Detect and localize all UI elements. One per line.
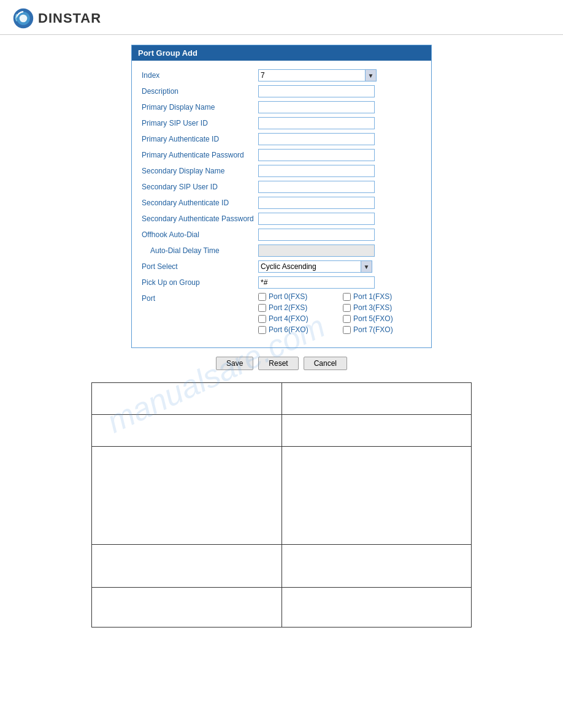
primary-display-name-row: Primary Display Name — [142, 101, 421, 113]
primary-display-name-input[interactable] — [258, 101, 375, 113]
table-cell — [92, 588, 282, 628]
table-section — [12, 382, 551, 628]
secondary-authenticate-password-label: Secondary Authenticate Password — [142, 213, 258, 223]
table-cell — [92, 415, 282, 447]
table-cell — [282, 588, 472, 628]
port-2-item: Port 2(FXS) — [258, 303, 337, 312]
port-select-wrap: Cyclic Ascending Cyclic Descending Fixed… — [258, 260, 421, 273]
svg-point-2 — [20, 15, 28, 23]
primary-authenticate-password-input[interactable] — [258, 149, 375, 161]
main-content: Port Group Add Index 7 ▼ — [0, 35, 563, 637]
table-row — [92, 447, 472, 545]
port-4-item: Port 4(FXO) — [258, 314, 337, 323]
port-select-label: Port Select — [142, 260, 258, 271]
secondary-authenticate-id-row: Secondary Authenticate ID — [142, 197, 421, 209]
primary-sip-user-id-control — [258, 117, 421, 129]
port-5-checkbox[interactable] — [343, 315, 351, 323]
table-cell — [282, 383, 472, 415]
secondary-sip-user-id-row: Secondary SIP User ID — [142, 181, 421, 193]
cancel-button[interactable]: Cancel — [304, 357, 347, 370]
secondary-sip-user-id-label: Secondary SIP User ID — [142, 181, 258, 191]
port-label: Port — [142, 292, 258, 303]
secondary-authenticate-id-label: Secondary Authenticate ID — [142, 197, 258, 207]
port-1-checkbox[interactable] — [343, 293, 351, 301]
port-2-checkbox[interactable] — [258, 304, 266, 312]
panel-title: Port Group Add — [132, 45, 431, 61]
offhook-auto-dial-input[interactable] — [258, 229, 375, 241]
port-1-label: Port 1(FXS) — [353, 292, 392, 301]
primary-sip-user-id-row: Primary SIP User ID — [142, 117, 421, 129]
primary-authenticate-id-label: Primary Authenticate ID — [142, 133, 258, 143]
primary-authenticate-password-row: Primary Authenticate Password — [142, 149, 421, 161]
index-control: 7 ▼ — [258, 69, 421, 82]
port-2-label: Port 2(FXS) — [269, 303, 307, 312]
port-select-dropdown-btn[interactable]: ▼ — [361, 260, 372, 273]
secondary-sip-user-id-input[interactable] — [258, 181, 375, 193]
offhook-auto-dial-label: Offhook Auto-Dial — [142, 229, 258, 239]
auto-dial-delay-time-input[interactable] — [258, 245, 375, 257]
port-select-row: Port Select Cyclic Ascending Cyclic Desc… — [142, 260, 421, 273]
port-1-item: Port 1(FXS) — [343, 292, 421, 301]
auto-dial-delay-time-row: Auto-Dial Delay Time — [142, 245, 421, 257]
pick-up-on-group-input[interactable] — [258, 276, 375, 289]
secondary-display-name-control — [258, 165, 421, 177]
auto-dial-delay-time-label: Auto-Dial Delay Time — [142, 245, 258, 255]
table-cell — [92, 447, 282, 545]
table-row — [92, 588, 472, 628]
table-cell — [282, 545, 472, 588]
description-row: Description — [142, 85, 421, 97]
primary-authenticate-password-label: Primary Authenticate Password — [142, 149, 258, 159]
port-3-checkbox[interactable] — [343, 304, 351, 312]
table-cell — [282, 447, 472, 545]
data-table — [91, 382, 472, 628]
secondary-authenticate-id-control — [258, 197, 421, 209]
pick-up-on-group-control — [258, 276, 421, 289]
port-0-label: Port 0(FXS) — [269, 292, 307, 301]
secondary-display-name-label: Secondary Display Name — [142, 165, 258, 175]
pick-up-on-group-label: Pick Up on Group — [142, 276, 258, 287]
port-7-checkbox[interactable] — [343, 326, 351, 334]
index-label: Index — [142, 69, 258, 80]
port-row: Port Port 0(FXS) Port 1(FXS) — [142, 292, 421, 334]
primary-sip-user-id-label: Primary SIP User ID — [142, 117, 258, 127]
port-4-label: Port 4(FXO) — [269, 314, 308, 323]
secondary-authenticate-password-input[interactable] — [258, 213, 375, 225]
reset-button[interactable]: Reset — [258, 357, 298, 370]
port-6-label: Port 6(FXO) — [269, 325, 308, 334]
description-input[interactable] — [258, 85, 375, 97]
port-6-item: Port 6(FXO) — [258, 325, 337, 334]
port-select-control: Cyclic Ascending Cyclic Descending Fixed… — [258, 260, 421, 273]
port-7-item: Port 7(FXO) — [343, 325, 421, 334]
table-cell — [282, 415, 472, 447]
index-row: Index 7 ▼ — [142, 69, 421, 82]
offhook-auto-dial-row: Offhook Auto-Dial — [142, 229, 421, 241]
secondary-display-name-row: Secondary Display Name — [142, 165, 421, 177]
index-dropdown-btn[interactable]: ▼ — [366, 69, 377, 82]
port-6-checkbox[interactable] — [258, 326, 266, 334]
table-cell — [92, 545, 282, 588]
primary-authenticate-id-row: Primary Authenticate ID — [142, 133, 421, 145]
auto-dial-delay-time-control — [258, 245, 421, 257]
table-row — [92, 545, 472, 588]
primary-display-name-label: Primary Display Name — [142, 101, 258, 112]
secondary-authenticate-password-control — [258, 213, 421, 225]
index-select[interactable]: 7 — [258, 69, 366, 82]
secondary-authenticate-id-input[interactable] — [258, 197, 375, 209]
save-button[interactable]: Save — [216, 357, 253, 370]
secondary-display-name-input[interactable] — [258, 165, 375, 177]
description-control — [258, 85, 421, 97]
primary-authenticate-password-control — [258, 149, 421, 161]
offhook-auto-dial-control — [258, 229, 421, 241]
primary-sip-user-id-input[interactable] — [258, 117, 375, 129]
port-7-label: Port 7(FXO) — [353, 325, 393, 334]
index-select-wrap: 7 ▼ — [258, 69, 421, 82]
port-4-checkbox[interactable] — [258, 315, 266, 323]
port-0-checkbox[interactable] — [258, 293, 266, 301]
primary-authenticate-id-input[interactable] — [258, 133, 375, 145]
table-row — [92, 415, 472, 447]
primary-authenticate-id-control — [258, 133, 421, 145]
port-0-item: Port 0(FXS) — [258, 292, 337, 301]
port-select-dropdown[interactable]: Cyclic Ascending Cyclic Descending Fixed — [258, 260, 361, 273]
port-3-item: Port 3(FXS) — [343, 303, 421, 312]
logo-text: DINSTAR — [38, 10, 101, 26]
